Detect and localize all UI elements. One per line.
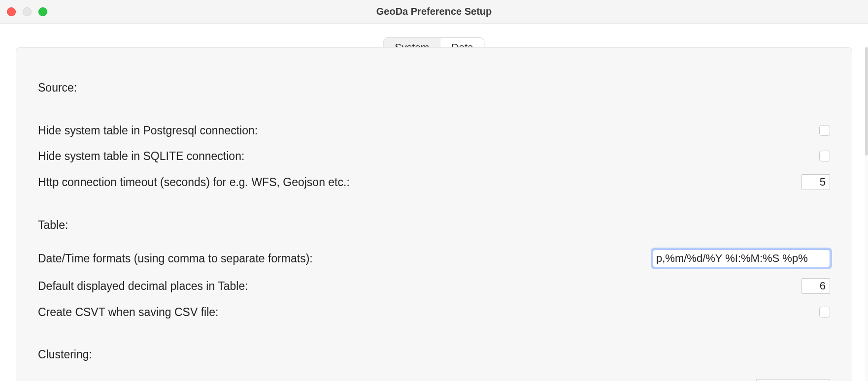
- pref-label: Hide system table in Postgresql connecti…: [38, 124, 258, 137]
- vertical-scrollbar[interactable]: [865, 47, 868, 381]
- input-datetime-fmt[interactable]: [653, 250, 830, 267]
- input-decimals[interactable]: [801, 278, 830, 294]
- checkbox-hide-pg[interactable]: [819, 125, 830, 136]
- pref-row-hide-pg: Hide system table in Postgresql connecti…: [38, 123, 830, 138]
- zoom-window-button[interactable]: [38, 7, 47, 16]
- preferences-list: Source: Hide system table in Postgresql …: [38, 81, 830, 381]
- input-stop-criterion[interactable]: [756, 379, 830, 381]
- section-source: Source:: [38, 81, 830, 95]
- minimize-window-button[interactable]: [23, 7, 32, 16]
- pref-label: Default displayed decimal places in Tabl…: [38, 280, 248, 293]
- pref-label: Create CSVT when saving CSV file:: [38, 306, 218, 319]
- close-window-button[interactable]: [7, 7, 16, 16]
- pref-row-http-timeout: Http connection timeout (seconds) for e.…: [38, 174, 830, 190]
- pref-label: Http connection timeout (seconds) for e.…: [38, 176, 350, 189]
- pref-label: Hide system table in SQLITE connection:: [38, 150, 244, 163]
- pref-row-datetime-fmt: Date/Time formats (using comma to separa…: [38, 250, 830, 267]
- pref-label: Date/Time formats (using comma to separa…: [38, 252, 313, 265]
- scrollbar-thumb[interactable]: [865, 47, 868, 156]
- pref-row-stop-criterion: Stop criterion for auto-weighting:: [38, 379, 830, 381]
- content: System Data Source: Hide system table in…: [0, 24, 868, 381]
- pref-row-create-csvt: Create CSVT when saving CSV file:: [38, 305, 830, 319]
- pref-row-hide-sqlite: Hide system table in SQLITE connection:: [38, 149, 830, 163]
- window-controls: [7, 7, 47, 16]
- checkbox-hide-sqlite[interactable]: [819, 151, 830, 161]
- input-http-timeout[interactable]: [801, 174, 830, 190]
- pref-row-decimals: Default displayed decimal places in Tabl…: [38, 278, 830, 294]
- window-title: GeoDa Preference Setup: [376, 6, 492, 17]
- titlebar: GeoDa Preference Setup: [0, 0, 868, 24]
- preferences-panel: Source: Hide system table in Postgresql …: [16, 47, 852, 381]
- section-table: Table:: [38, 219, 830, 232]
- checkbox-create-csvt[interactable]: [819, 307, 830, 318]
- section-clustering: Clustering:: [38, 348, 830, 361]
